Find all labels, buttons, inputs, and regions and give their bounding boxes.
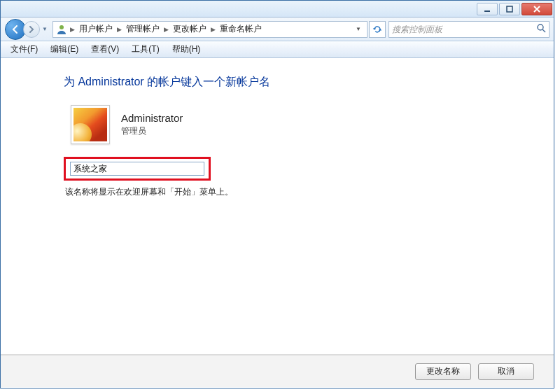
close-button[interactable] <box>522 3 552 15</box>
address-bar[interactable]: ▶ 用户帐户 ▶ 管理帐户 ▶ 更改帐户 ▶ 重命名帐户 ▼ <box>52 21 368 38</box>
svg-point-3 <box>538 24 543 30</box>
minimize-icon <box>484 6 491 13</box>
search-box[interactable] <box>388 21 550 38</box>
titlebar <box>1 1 554 18</box>
menu-help[interactable]: 帮助(H) <box>167 42 206 57</box>
breadcrumb-item[interactable]: 更改帐户 <box>172 23 208 35</box>
arrow-left-icon <box>10 24 20 34</box>
minimize-button[interactable] <box>477 3 498 15</box>
rename-button[interactable]: 更改名称 <box>415 363 471 380</box>
content-area: 为 Administrator 的帐户键入一个新帐户名 Administrato… <box>1 58 554 354</box>
search-icon <box>536 23 546 35</box>
account-summary: Administrator 管理员 <box>71 105 540 144</box>
menu-view[interactable]: 查看(V) <box>85 42 125 57</box>
svg-rect-1 <box>507 6 512 12</box>
menu-tools[interactable]: 工具(T) <box>126 42 164 57</box>
account-text: Administrator 管理员 <box>121 112 183 137</box>
nav-history-dropdown[interactable]: ▼ <box>40 19 50 40</box>
breadcrumb-label: 管理帐户 <box>126 23 160 35</box>
breadcrumb-item[interactable]: 用户帐户 <box>78 23 114 35</box>
refresh-icon <box>372 24 382 34</box>
breadcrumb-label: 用户帐户 <box>79 23 113 35</box>
nav-row: ▼ ▶ 用户帐户 ▶ 管理帐户 ▶ 更改帐户 ▶ 重命名帐户 ▼ <box>1 18 554 41</box>
svg-rect-0 <box>484 10 490 12</box>
refresh-button[interactable] <box>369 21 386 38</box>
forward-button[interactable] <box>23 21 40 38</box>
menu-edit[interactable]: 编辑(E) <box>45 42 84 57</box>
chevron-right-icon: ▶ <box>164 26 169 33</box>
page-title: 为 Administrator 的帐户键入一个新帐户名 <box>64 75 540 90</box>
menu-bar: 文件(F) 编辑(E) 查看(V) 工具(T) 帮助(H) <box>1 41 554 58</box>
svg-line-4 <box>542 29 545 32</box>
breadcrumb-label: 重命名帐户 <box>220 23 262 35</box>
breadcrumb-item[interactable]: 重命名帐户 <box>218 23 263 35</box>
breadcrumb-label: 更改帐户 <box>173 23 206 35</box>
maximize-icon <box>506 6 513 13</box>
breadcrumb-item[interactable]: 管理帐户 <box>125 23 161 35</box>
footer-bar: 更改名称 取消 <box>1 355 554 387</box>
window-frame: ▼ ▶ 用户帐户 ▶ 管理帐户 ▶ 更改帐户 ▶ 重命名帐户 ▼ <box>0 0 554 388</box>
search-input[interactable] <box>392 24 533 34</box>
user-accounts-icon <box>56 24 67 35</box>
cancel-button[interactable]: 取消 <box>478 363 534 380</box>
avatar <box>71 105 110 144</box>
chevron-right-icon: ▶ <box>117 26 122 33</box>
hint-text: 该名称将显示在欢迎屏幕和「开始」菜单上。 <box>65 186 540 198</box>
account-role: 管理员 <box>121 125 183 137</box>
close-icon <box>533 6 541 13</box>
new-name-input[interactable] <box>70 162 204 176</box>
maximize-button[interactable] <box>499 3 520 15</box>
menu-file[interactable]: 文件(F) <box>5 42 43 57</box>
address-dropdown[interactable]: ▼ <box>353 26 364 32</box>
account-name: Administrator <box>121 112 183 124</box>
name-input-highlight <box>64 157 211 181</box>
chevron-right-icon: ▶ <box>70 26 75 33</box>
chevron-right-icon: ▶ <box>211 26 216 33</box>
arrow-right-icon <box>28 26 35 33</box>
svg-point-2 <box>59 25 64 29</box>
avatar-image <box>74 108 107 141</box>
